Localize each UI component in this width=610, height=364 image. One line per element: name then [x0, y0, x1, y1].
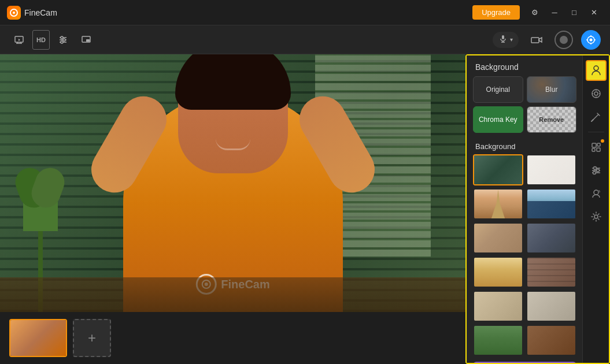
bg-thumb-forest[interactable] [473, 325, 523, 356]
brick-lines [527, 258, 575, 287]
microphone-icon [498, 34, 508, 46]
bg-thumb-mountains-image [527, 190, 575, 218]
svg-rect-11 [502, 35, 504, 39]
avatar-tab-button[interactable] [586, 183, 607, 204]
bg-thumb-forest-image [474, 326, 522, 355]
mic-dropdown-arrow[interactable]: ▾ [510, 36, 513, 43]
bg-thumb-paris-image [474, 190, 522, 218]
svg-point-1 [13, 12, 15, 14]
scene-thumbnail-1[interactable] [9, 319, 67, 357]
upgrade-button[interactable]: Upgrade [472, 5, 520, 20]
svg-point-38 [593, 172, 596, 174]
svg-point-15 [590, 38, 593, 41]
bg-thumb-white-image [527, 155, 575, 184]
bg-thumb-interior[interactable] [473, 222, 523, 254]
main-content: FineCam + Background Original Blur Chrom… [0, 54, 610, 364]
bg-thumb-modern-image [527, 224, 575, 252]
svg-rect-31 [592, 148, 595, 151]
blur-option-button[interactable]: Blur [527, 76, 577, 103]
app-logo-icon [7, 6, 21, 20]
bg-thumb-interior-image [474, 224, 522, 252]
titlebar: FineCam Upgrade ⚙ ─ □ ✕ [0, 0, 610, 25]
maximize-button[interactable]: □ [565, 5, 583, 21]
stickers-tab-button[interactable] [586, 137, 607, 158]
enhance-tab-button[interactable] [586, 106, 607, 127]
background-panel: Background Original Blur Chroma Key Remo… [467, 55, 582, 363]
side-icons-panel [582, 55, 609, 363]
toolbar: HD ▾ [0, 25, 610, 54]
video-preview: FineCam [0, 54, 465, 312]
bg-thumb-vintage[interactable] [473, 291, 523, 322]
paris-tower-shape [490, 190, 507, 220]
bg-thumb-office[interactable] [526, 291, 576, 322]
panel-header-text: Background [467, 55, 582, 76]
settings-control-button[interactable]: ⚙ [526, 5, 544, 21]
camera-button[interactable] [527, 30, 546, 50]
table-surface [0, 277, 465, 312]
bg-thumb-library[interactable] [526, 325, 576, 356]
bg-thumb-brick[interactable] [526, 257, 576, 288]
icon-separator-1 [588, 132, 604, 132]
bg-thumb-modern[interactable] [526, 222, 576, 254]
bg-thumb-room[interactable] [473, 154, 523, 185]
remove-bg-option-button[interactable]: Remove [527, 106, 577, 133]
active-mode-button[interactable] [581, 30, 601, 50]
mic-area: ▾ [493, 32, 519, 48]
bg-thumb-mountains[interactable] [526, 188, 576, 220]
svg-rect-32 [597, 148, 600, 151]
app-logo: FineCam [7, 6, 57, 20]
person-tab-button[interactable] [586, 60, 607, 81]
bg-thumb-paris[interactable] [473, 188, 523, 220]
filters-button[interactable] [53, 30, 73, 50]
effects-tab-button[interactable] [586, 83, 607, 104]
bg-section-label: Background [467, 139, 582, 154]
svg-point-23 [592, 90, 600, 98]
bg-thumb-white[interactable] [526, 154, 576, 185]
bg-thumb-office-image [527, 292, 575, 321]
right-panel-outer: Background Original Blur Chroma Key Remo… [465, 54, 610, 364]
minimize-button[interactable]: ─ [545, 5, 564, 21]
add-background-button[interactable]: + Add Background [473, 362, 576, 363]
app-name: FineCam [24, 8, 57, 17]
bg-thumb-room-image [474, 155, 522, 184]
bg-thumb-desert-image [474, 258, 522, 287]
svg-point-7 [63, 39, 65, 41]
scene-thumbnail-bg-1 [10, 320, 66, 356]
svg-point-22 [594, 66, 598, 70]
bg-thumb-brick-image [527, 258, 575, 287]
pip-button[interactable] [76, 30, 96, 50]
svg-point-36 [593, 167, 596, 170]
video-area: FineCam + [0, 54, 465, 364]
output-button[interactable] [9, 30, 29, 50]
video-background: FineCam [0, 54, 465, 312]
bg-thumbnails-grid [467, 154, 582, 356]
bg-thumb-vintage-image [474, 292, 522, 321]
record-button[interactable] [554, 31, 573, 49]
bg-thumb-desert[interactable] [473, 257, 523, 288]
mountain-peak [527, 201, 575, 218]
original-option-button[interactable]: Original [473, 76, 523, 103]
svg-point-24 [594, 92, 598, 95]
filmstrip: + [0, 312, 465, 364]
add-scene-button[interactable]: + [73, 319, 111, 357]
hd-button[interactable]: HD [32, 30, 50, 50]
close-button[interactable]: ✕ [585, 5, 603, 21]
svg-rect-30 [597, 143, 600, 146]
scene-settings-tab-button[interactable] [586, 206, 607, 227]
svg-point-8 [61, 41, 63, 43]
color-filters-tab-button[interactable] [586, 160, 607, 181]
svg-rect-29 [592, 143, 596, 147]
bg-thumb-library-image [527, 326, 575, 355]
svg-rect-10 [86, 39, 90, 42]
svg-point-6 [61, 36, 63, 39]
chroma-key-option-button[interactable]: Chroma Key [473, 106, 523, 133]
window-controls: ⚙ ─ □ ✕ [526, 5, 603, 21]
bg-options-grid: Original Blur Chroma Key Remove [467, 76, 582, 139]
svg-point-37 [596, 169, 599, 172]
record-inner-circle [560, 36, 568, 44]
stickers-notification-dot [601, 139, 604, 143]
svg-point-39 [594, 190, 598, 195]
svg-point-40 [594, 215, 598, 218]
